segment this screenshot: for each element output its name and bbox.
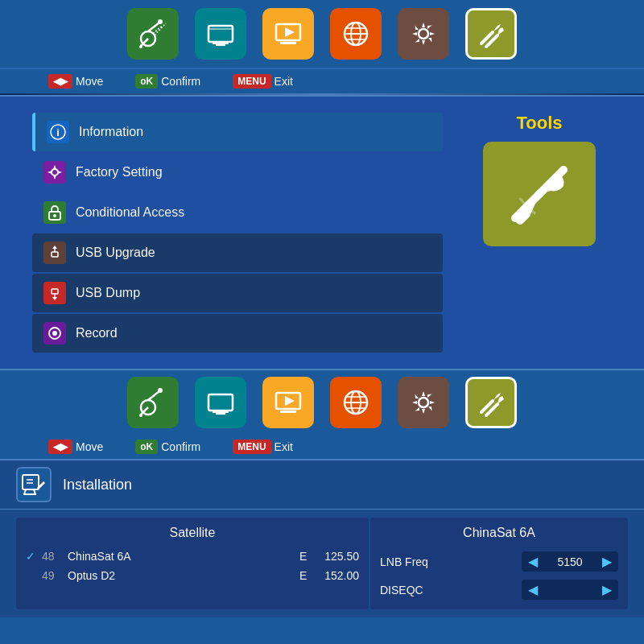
bottom-confirm-control[interactable]: oK Confirm [135,440,200,454]
svg-rect-5 [208,26,233,42]
svg-point-24 [53,214,56,217]
sat-deg-0: 125.50 [319,550,359,563]
bottom-settings-icon-btn[interactable] [398,377,449,428]
svg-rect-39 [208,394,233,411]
chinasat-header: ChinaSat 6A [375,522,623,543]
bottom-move-label: Move [76,440,103,453]
factory-setting-icon [43,161,66,184]
information-icon: i [47,121,69,143]
svg-line-1 [148,23,159,31]
diseqc-control[interactable]: ◀ ▶ [522,580,618,600]
satellite-row-0[interactable]: ✓ 48 ChinaSat 6A E 125.50 [21,547,364,566]
satellite-row-1[interactable]: ✓ 49 Optus D2 E 152.00 [21,566,364,585]
tv-icon-btn[interactable] [195,8,246,60]
satellite-icon-btn[interactable] [127,8,179,60]
menu-badge: MENU [233,74,270,89]
bottom-exit-control[interactable]: MENU Exit [233,440,293,454]
exit-control[interactable]: MENU Exit [233,74,293,89]
bottom-ok-badge: oK [135,440,158,454]
svg-marker-10 [285,27,295,37]
bottom-move-badge: ◀▶ [48,440,72,454]
conditional-access-label: Conditional Access [76,205,184,220]
tools-menu-list: i Information Factory Setting [32,113,443,353]
diseqc-label: DISEQC [380,584,522,597]
sat-name-1: Optus D2 [68,569,293,582]
lnb-freq-label: LNB Freq [380,555,522,568]
bottom-icon-bar [0,370,644,435]
top-icon-bar [0,0,644,69]
usb-upgrade-label: USB Upgrade [76,246,155,260]
tools-panel: Tools [467,113,612,353]
diseqc-arrow-left[interactable]: ◀ [528,582,538,597]
menu-item-usb-upgrade[interactable]: USB Upgrade [32,233,443,272]
lnb-freq-arrow-right[interactable]: ▶ [602,554,612,569]
bottom-tools-icon-btn[interactable] [465,377,517,428]
chinasat-panel: ChinaSat 6A LNB Freq ◀ 5150 ▶ DISEQC ◀ ▶ [370,518,628,609]
installation-icon [16,467,52,502]
installation-title: Installation [63,477,132,493]
lnb-freq-control[interactable]: ◀ 5150 ▶ [522,551,618,572]
diseqc-row: DISEQC ◀ ▶ [375,576,623,603]
satellite-list: Satellite ✓ 48 ChinaSat 6A E 125.50 ✓ 49… [16,518,369,609]
internet-icon-btn[interactable] [330,8,382,60]
bottom-satellite-icon-btn[interactable] [127,377,179,428]
move-badge: ◀▶ [48,74,72,89]
record-label: Record [76,326,118,341]
svg-rect-11 [280,42,296,44]
move-label: Move [76,75,103,88]
svg-point-38 [139,414,142,417]
menu-item-information[interactable]: i Information [32,113,443,151]
lnb-freq-arrow-left[interactable]: ◀ [528,554,538,569]
svg-rect-44 [280,411,296,413]
move-control[interactable]: ◀▶ Move [48,74,103,89]
svg-rect-6 [213,42,229,44]
svg-rect-25 [52,252,58,257]
tools-large-icon [483,142,596,246]
main-content: i Information Factory Setting [0,95,644,370]
svg-rect-53 [23,475,39,489]
bottom-move-control[interactable]: ◀▶ Move [48,440,103,454]
record-icon [43,322,66,345]
svg-marker-27 [52,246,57,249]
nav-bar-top: ◀▶ Move oK Confirm MENU Exit [0,69,644,93]
settings-icon-btn[interactable] [398,8,449,60]
menu-item-conditional-access[interactable]: Conditional Access [32,193,443,232]
lnb-freq-row: LNB Freq ◀ 5150 ▶ [375,548,623,575]
tools-icon-btn[interactable] [465,8,517,60]
menu-item-factory-setting[interactable]: Factory Setting [32,153,443,192]
menu-item-usb-dump[interactable]: USB Dump [32,274,443,312]
tools-title: Tools [516,113,562,134]
svg-text:i: i [56,126,60,138]
confirm-label: Confirm [161,75,200,88]
usb-upgrade-icon [43,242,66,264]
sat-dir-0: E [299,550,312,563]
bottom-confirm-label: Confirm [161,440,200,453]
exit-label: Exit [275,75,293,88]
svg-point-2 [158,19,163,24]
media-icon-btn[interactable] [262,8,314,60]
menu-item-record[interactable]: Record [32,314,443,353]
nav-bar-bottom: ◀▶ Move oK Confirm MENU Exit [0,435,644,460]
bottom-exit-label: Exit [275,440,293,453]
sat-name-0: ChinaSat 6A [68,550,293,563]
svg-point-17 [419,29,428,39]
bottom-media-icon-btn[interactable] [262,377,314,428]
bottom-tv-icon-btn[interactable] [195,377,246,428]
confirm-control[interactable]: oK Confirm [135,74,200,89]
factory-setting-label: Factory Setting [76,165,163,180]
bottom-menu-badge: MENU [233,440,270,454]
sat-num-1: 49 [42,569,61,582]
sat-dir-1: E [299,569,312,582]
svg-rect-41 [216,413,225,415]
bottom-internet-icon-btn[interactable] [330,377,382,428]
sat-check-1: ✓ [26,569,35,582]
usb-dump-label: USB Dump [76,286,140,300]
usb-dump-icon [43,282,66,304]
svg-point-32 [52,331,57,336]
diseqc-arrow-right[interactable]: ▶ [602,582,612,597]
svg-point-50 [419,398,428,407]
svg-point-36 [158,388,163,393]
svg-rect-40 [213,411,229,413]
satellite-header: Satellite [21,522,364,543]
svg-line-35 [148,391,159,400]
